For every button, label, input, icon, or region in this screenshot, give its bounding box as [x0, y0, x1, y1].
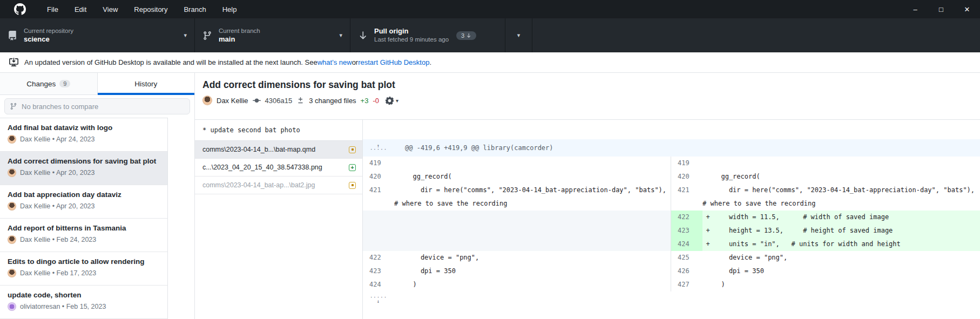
menu-item-help[interactable]: Help — [214, 0, 245, 18]
diff-row: 422 device = "png",425 device = "png", — [363, 251, 980, 264]
branch-compare-placeholder: No branches to compare — [22, 103, 98, 111]
commit-list-item[interactable]: Add correct dimensions for saving bat pl… — [0, 152, 167, 185]
line-number-new: 424 — [671, 237, 702, 251]
diff-old-side — [363, 211, 671, 224]
diff-sign-new: + — [702, 211, 713, 224]
commit-list: Add final bat dataviz with logoDax Kelli… — [0, 118, 168, 319]
tab-history[interactable]: History — [98, 73, 195, 94]
gear-icon — [386, 97, 394, 105]
menu-bar: FileEditViewRepositoryBranchHelp — [39, 0, 245, 18]
line-number-new: 427 — [671, 278, 702, 291]
diff-sign-new: + — [702, 224, 713, 237]
commit-options-button[interactable]: ▾ — [386, 97, 398, 105]
current-branch-button[interactable]: Current branch main ▾ — [195, 18, 350, 52]
menu-item-repository[interactable]: Repository — [126, 0, 175, 18]
branch-icon — [10, 103, 17, 110]
diff-new-side: 419 — [671, 157, 980, 170]
diff-new-side: 420 gg_record( — [671, 170, 980, 184]
branch-compare-input[interactable]: No branches to compare — [4, 98, 190, 114]
commit-list-item[interactable]: Add final bat dataviz with logoDax Kelli… — [0, 118, 167, 152]
commit-icon — [253, 97, 261, 105]
diff-code-old — [405, 157, 671, 170]
current-repository-button[interactable]: Current repository science ▾ — [0, 18, 195, 52]
diff-old-side: 423 dpi = 350 — [363, 264, 671, 278]
commit-list-item[interactable]: update code, shortenoliviatorresan • Feb… — [0, 286, 167, 319]
diff-icon — [296, 97, 305, 105]
menu-item-view[interactable]: View — [94, 0, 126, 18]
file-list: comms\2023-04-14_b...\bat-map.qmdc...\20… — [195, 141, 362, 194]
desktop-download-icon — [9, 58, 18, 67]
commit-title: Add final bat dataviz with logo — [8, 124, 167, 132]
commit-title: Add bat appreciation day dataviz — [8, 191, 167, 199]
deletions-count: -0 — [373, 97, 379, 105]
menu-item-branch[interactable]: Branch — [175, 0, 214, 18]
file-list-item[interactable]: c...\2023_04_20_15_40_38.547338.png+ — [195, 159, 362, 177]
title-bar: FileEditViewRepositoryBranchHelp – □ ✕ — [0, 0, 980, 18]
changes-count-badge: 9 — [59, 80, 70, 87]
line-number-old: 420 — [363, 170, 394, 184]
commit-author-date: oliviatorresan • Feb 15, 2023 — [20, 303, 106, 310]
commit-list-item[interactable]: Edits to dingo article to allow renderin… — [0, 252, 167, 286]
diff-sign-old — [394, 251, 405, 264]
diff-sign-new — [702, 157, 713, 170]
banner-text: An updated version of GitHub Desktop is … — [24, 58, 317, 66]
whats-new-link[interactable]: what's new — [317, 58, 352, 66]
diff-code-old: device = "png", — [405, 251, 671, 264]
expand-hunk-down-icon[interactable]: ····· ↓ — [370, 296, 387, 303]
branch-icon — [202, 31, 212, 40]
commit-sha: 4306a15 — [265, 97, 293, 105]
maximize-button[interactable]: □ — [928, 0, 954, 18]
diff-new-side: 423+ height = 13.5, # height of saved im… — [671, 224, 980, 237]
expand-dots: ····· — [370, 148, 387, 152]
expand-hunk-up-icon[interactable]: ↑ ····· — [370, 144, 387, 152]
tab-changes[interactable]: Changes 9 — [0, 73, 98, 94]
commit-list-item[interactable]: Add report of bitterns in TasmaniaDax Ke… — [0, 219, 167, 252]
diff-old-side: 420 gg_record( — [363, 170, 671, 184]
branch-compare-row: No branches to compare — [0, 95, 194, 118]
avatar — [8, 202, 16, 211]
file-path: c...\2023_04_20_15_40_38.547338.png — [202, 164, 349, 171]
update-banner: An updated version of GitHub Desktop is … — [0, 52, 980, 73]
hunk-header: ↑ ····· @@ -419,6 +419,9 @@ library(camc… — [363, 139, 980, 157]
diff-sign-old — [394, 184, 405, 197]
avatar — [8, 235, 16, 244]
pull-options-dropdown[interactable]: ▾ — [505, 18, 532, 52]
diff-row: 423 dpi = 350426 dpi = 350 — [363, 264, 980, 278]
file-list-item[interactable]: comms\2023-04-14_bat-ap...\bat2.jpg — [195, 177, 362, 194]
close-button[interactable]: ✕ — [954, 0, 980, 18]
avatar — [8, 269, 16, 277]
restart-link[interactable]: restart GitHub Desktop — [358, 58, 429, 66]
commit-list-item[interactable]: Add bat appreciation day datavizDax Kell… — [0, 185, 167, 219]
diff-row: 424 )427 ) — [363, 278, 980, 291]
commit-detail-meta: Dax Kellie 4306a15 3 changed files +3 -0… — [202, 96, 980, 105]
commit-author: Dax Kellie — [217, 97, 248, 105]
line-number-new: 426 — [671, 264, 702, 278]
file-list-item[interactable]: comms\2023-04-14_b...\bat-map.qmd — [195, 141, 362, 159]
diff-new-side: 424+ units = "in", # units for width and… — [671, 237, 980, 251]
avatar — [8, 168, 16, 177]
menu-item-file[interactable]: File — [39, 0, 66, 18]
diff-old-side: 424 ) — [363, 278, 671, 291]
diff-code-new: ) — [713, 278, 980, 291]
commit-title: Add correct dimensions for saving bat pl… — [8, 157, 167, 165]
diff-code-new: height = 13.5, # height of saved image — [713, 224, 980, 237]
pull-origin-subtitle: Last fetched 9 minutes ago — [374, 36, 449, 43]
line-number-new: 422 — [671, 211, 702, 224]
history-sidebar: Changes 9 History No branches to compare… — [0, 73, 195, 319]
arrow-down-icon — [358, 31, 368, 40]
menu-item-edit[interactable]: Edit — [66, 0, 94, 18]
pull-origin-title: Pull origin — [374, 27, 449, 36]
diff-sign-new — [702, 278, 713, 291]
line-number-old: 422 — [363, 251, 394, 264]
diff-sign-old — [394, 237, 405, 251]
pull-origin-button[interactable]: Pull origin Last fetched 9 minutes ago 3 — [350, 18, 505, 52]
line-number-new: 423 — [671, 224, 702, 237]
minimize-button[interactable]: – — [902, 0, 928, 18]
commit-author-date: Dax Kellie • Apr 24, 2023 — [20, 135, 95, 143]
diff-code-new: dpi = 350 — [713, 264, 980, 278]
diff-new-side: 422+ width = 11.5, # width of saved imag… — [671, 211, 980, 224]
modified-file-icon — [349, 146, 356, 153]
commit-detail-panel: Add correct dimensions for saving bat pl… — [195, 73, 980, 319]
diff-old-side: # where to save the recording — [363, 197, 671, 211]
diff-code-new: width = 11.5, # width of saved image — [713, 211, 980, 224]
